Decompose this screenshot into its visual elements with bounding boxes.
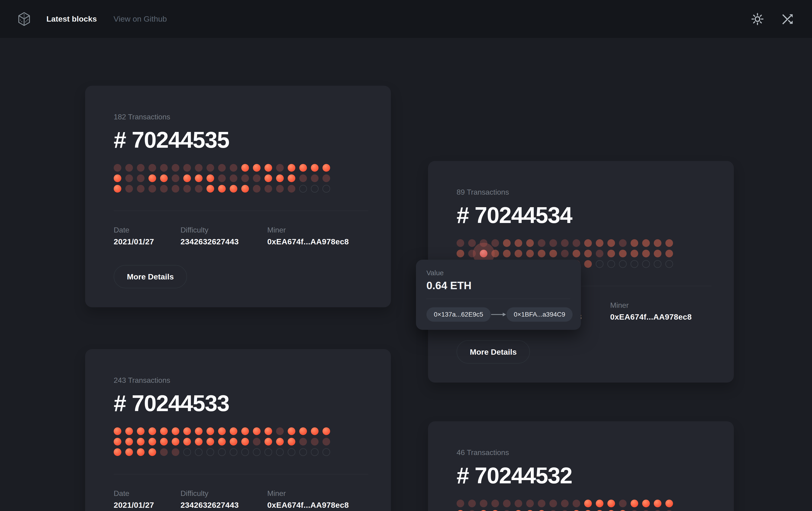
tx-dot[interactable]	[631, 260, 638, 268]
tx-dot[interactable]	[322, 427, 330, 435]
tx-dot[interactable]	[596, 260, 603, 268]
tx-dot[interactable]	[276, 448, 284, 456]
tx-dot[interactable]	[172, 427, 179, 435]
tx-dot[interactable]	[114, 185, 121, 193]
tx-dot[interactable]	[160, 164, 168, 172]
tx-dot[interactable]	[183, 174, 191, 182]
tx-dot[interactable]	[218, 164, 226, 172]
tx-dot[interactable]	[299, 174, 307, 182]
to-address-pill[interactable]: 0×1BFA...a394C9	[506, 307, 573, 322]
tx-dot[interactable]	[299, 164, 307, 172]
tx-dot[interactable]	[241, 427, 249, 435]
tx-dot[interactable]	[125, 185, 133, 193]
tx-dot[interactable]	[573, 250, 580, 258]
from-address-pill[interactable]: 0×137a...62E9c5	[427, 307, 491, 322]
tx-dot[interactable]	[230, 164, 237, 172]
tx-dot[interactable]	[654, 260, 661, 268]
tx-dot[interactable]	[654, 510, 661, 511]
tx-dot[interactable]	[561, 500, 569, 507]
tx-dot[interactable]	[125, 427, 133, 435]
tx-dot[interactable]	[172, 185, 179, 193]
tx-dot[interactable]	[172, 438, 179, 446]
tx-dot[interactable]	[584, 239, 592, 247]
tx-dot[interactable]	[114, 164, 121, 172]
tx-dot[interactable]	[665, 510, 673, 511]
tx-dot[interactable]	[503, 500, 511, 507]
tx-dot[interactable]	[137, 448, 145, 456]
tx-dot[interactable]	[584, 510, 592, 511]
tx-dot[interactable]	[195, 164, 203, 172]
tx-dot[interactable]	[457, 239, 464, 247]
tx-dot[interactable]	[654, 239, 661, 247]
tx-dot[interactable]	[607, 500, 615, 507]
tx-dot[interactable]	[253, 448, 261, 456]
tx-dot[interactable]	[665, 500, 673, 507]
tx-dot[interactable]	[596, 510, 603, 511]
tx-dot[interactable]	[619, 239, 627, 247]
tx-dot[interactable]	[253, 427, 261, 435]
tx-dot[interactable]	[631, 250, 638, 258]
tx-dot[interactable]	[148, 164, 156, 172]
tx-dot[interactable]	[114, 427, 121, 435]
tx-dot[interactable]	[596, 239, 603, 247]
tx-dot[interactable]	[288, 427, 295, 435]
tx-dot[interactable]	[218, 174, 226, 182]
tx-dot[interactable]	[468, 239, 476, 247]
tx-dot[interactable]	[230, 427, 237, 435]
tx-dot[interactable]	[642, 500, 650, 507]
tx-dot[interactable]	[137, 185, 145, 193]
tx-dot[interactable]	[218, 438, 226, 446]
tx-dot[interactable]	[160, 438, 168, 446]
tx-dot[interactable]	[137, 427, 145, 435]
tx-dot[interactable]	[480, 510, 487, 511]
tx-dot[interactable]	[503, 239, 511, 247]
tx-dot[interactable]	[206, 427, 214, 435]
tx-dot[interactable]	[503, 250, 511, 258]
tx-dot[interactable]	[538, 239, 545, 247]
tx-dot[interactable]	[457, 500, 464, 507]
tx-dot[interactable]	[218, 448, 226, 456]
tx-dot[interactable]	[253, 185, 261, 193]
tx-dot[interactable]	[573, 500, 580, 507]
transaction-dot-grid[interactable]	[114, 164, 369, 193]
tx-dot[interactable]	[584, 260, 592, 268]
tx-dot[interactable]	[561, 250, 569, 258]
tx-dot[interactable]	[206, 185, 214, 193]
more-details-button[interactable]: More Details	[457, 340, 530, 364]
tx-dot[interactable]	[642, 250, 650, 258]
tx-dot[interactable]	[160, 185, 168, 193]
tx-dot[interactable]	[607, 250, 615, 258]
tx-dot[interactable]	[114, 174, 121, 182]
tx-dot[interactable]	[515, 239, 522, 247]
tx-dot[interactable]	[148, 185, 156, 193]
tx-dot[interactable]	[299, 448, 307, 456]
tx-dot[interactable]	[276, 438, 284, 446]
tx-dot[interactable]	[137, 164, 145, 172]
tx-dot[interactable]	[515, 510, 522, 511]
tx-dot[interactable]	[526, 500, 534, 507]
tx-dot[interactable]	[322, 185, 330, 193]
tx-dot[interactable]	[288, 185, 295, 193]
tx-dot[interactable]	[642, 239, 650, 247]
tx-dot[interactable]	[654, 500, 661, 507]
tx-dot[interactable]	[264, 438, 272, 446]
tx-dot[interactable]	[241, 185, 249, 193]
tx-dot[interactable]	[241, 164, 249, 172]
tx-dot[interactable]	[195, 174, 203, 182]
tx-dot[interactable]	[264, 448, 272, 456]
tx-dot[interactable]	[299, 438, 307, 446]
tx-dot[interactable]	[491, 500, 499, 507]
cube-dice-logo-icon[interactable]	[18, 12, 31, 26]
tx-dot[interactable]	[241, 438, 249, 446]
tx-dot[interactable]	[195, 448, 203, 456]
tx-dot[interactable]	[311, 448, 319, 456]
tx-dot[interactable]	[311, 438, 319, 446]
nav-link-latest-blocks[interactable]: Latest blocks	[47, 15, 97, 24]
tx-dot[interactable]	[264, 427, 272, 435]
tx-dot[interactable]	[230, 438, 237, 446]
tx-dot[interactable]	[230, 185, 237, 193]
tx-dot[interactable]	[114, 448, 121, 456]
tx-dot[interactable]	[276, 164, 284, 172]
tx-dot[interactable]	[137, 438, 145, 446]
tx-dot[interactable]	[596, 250, 603, 258]
